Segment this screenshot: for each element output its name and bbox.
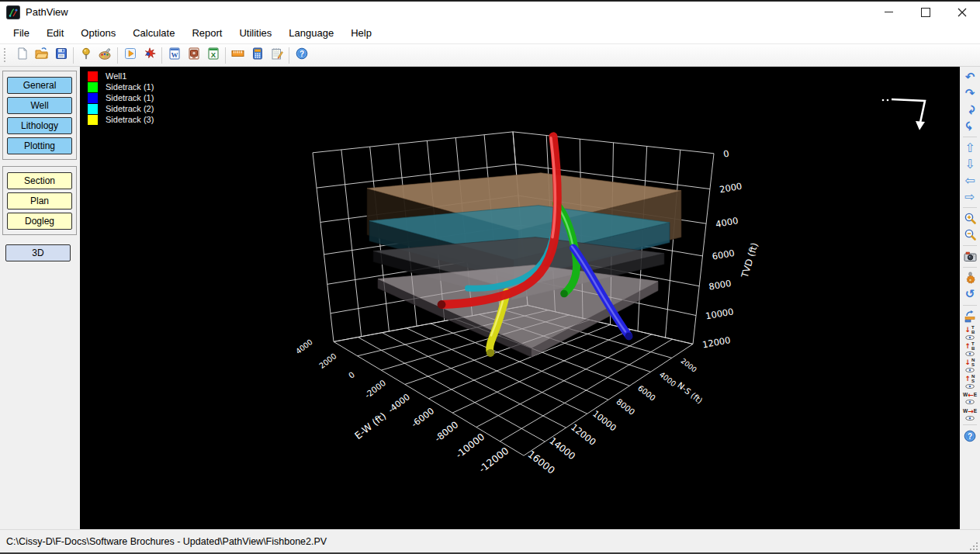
open-file-button[interactable] <box>32 46 51 65</box>
rotate-right-button[interactable]: ↷ <box>961 85 979 102</box>
menu-options[interactable]: Options <box>72 24 124 42</box>
calculator-button[interactable] <box>248 46 267 65</box>
paint-palette-button[interactable] <box>95 46 115 65</box>
maximize-button[interactable] <box>907 2 944 23</box>
resize-grip[interactable] <box>968 541 978 551</box>
run-button[interactable] <box>120 46 140 65</box>
pan-up-icon: ⇧ <box>964 142 975 154</box>
toolbar-grip[interactable] <box>4 48 9 62</box>
minimize-button[interactable] <box>871 2 907 23</box>
view-west-east-icon: W←E <box>963 392 977 404</box>
pan-up-button[interactable]: ⇧ <box>961 140 979 156</box>
menu-language[interactable]: Language <box>280 24 342 42</box>
rotate-up-button[interactable]: ↶ <box>961 118 979 134</box>
view-east-west-icon: W→E <box>963 408 977 421</box>
settings-gear-button[interactable] <box>961 270 979 286</box>
menu-utilities[interactable]: Utilities <box>230 24 280 42</box>
svg-text:-4000: -4000 <box>386 392 412 415</box>
legend-swatch-well1 <box>88 71 98 81</box>
svg-text:6000: 6000 <box>636 383 657 402</box>
calculator-icon <box>251 47 264 63</box>
svg-text:-8000: -8000 <box>433 419 461 444</box>
view-toolbar-separator <box>963 245 977 246</box>
view-east-west-button[interactable]: W→E <box>961 406 979 422</box>
lithology-layers <box>367 173 681 358</box>
rotate-down-button[interactable]: ↷ <box>961 102 979 118</box>
view-top-bottom-down-button[interactable]: ↓TB <box>961 324 979 341</box>
sidebar-button-lithology[interactable]: Lithology <box>7 117 72 134</box>
new-document-button[interactable] <box>12 46 32 65</box>
pushpin-icon <box>80 47 92 63</box>
svg-text:6000: 6000 <box>712 248 736 262</box>
toolbar-separator <box>225 47 226 64</box>
view-north-south-down-button[interactable]: ↓NS <box>961 357 979 373</box>
sidebar-button-general[interactable]: General <box>7 77 72 94</box>
help-button[interactable]: ? <box>292 46 311 65</box>
pan-right-button[interactable]: ⇨ <box>961 189 979 205</box>
sidebar-button-well[interactable]: Well <box>7 97 72 114</box>
legend-swatch-sidetrack1-blue <box>88 93 98 103</box>
plot-3d-canvas[interactable]: 020004000600080001000012000400020000-200… <box>80 67 960 529</box>
help-button[interactable]: ? <box>961 428 979 444</box>
sidebar: General Well Lithology Plotting Section … <box>0 67 80 529</box>
legend-swatch-sidetrack3 <box>88 115 98 125</box>
svg-text:0: 0 <box>347 369 357 379</box>
pushpin-button[interactable] <box>76 46 95 65</box>
plot-area[interactable]: Well1 Sidetrack (1) Sidetrack (1) Sidetr… <box>80 67 960 529</box>
excel-export-button[interactable]: X <box>203 46 223 65</box>
sidebar-button-dogleg[interactable]: Dogleg <box>7 213 72 230</box>
zoom-out-button[interactable] <box>961 227 979 243</box>
menu-report[interactable]: Report <box>183 24 230 42</box>
view-toolbar-separator <box>963 137 977 137</box>
save-file-button[interactable] <box>51 46 71 65</box>
word-export-button[interactable]: W <box>164 46 184 65</box>
word-export-icon: W <box>168 47 181 63</box>
svg-text:2000: 2000 <box>317 351 338 370</box>
view-north-south-up-button[interactable]: ↑NS <box>961 373 979 390</box>
sidebar-button-plotting[interactable]: Plotting <box>7 137 72 154</box>
close-icon <box>957 8 967 17</box>
status-bar: C:\Cissy-D\F-Docs\Software Brochures - U… <box>0 529 980 552</box>
svg-text:-10000: -10000 <box>454 431 487 460</box>
default-view-button[interactable] <box>961 308 979 324</box>
sidebar-group-views: Section Plan Dogleg <box>2 166 77 235</box>
notepad-button[interactable] <box>267 46 286 65</box>
orientation-arrow <box>882 99 925 130</box>
rotate-left-icon: ↶ <box>965 71 975 83</box>
settings-gear-icon <box>964 272 977 285</box>
rotate-down-icon: ↷ <box>965 104 975 116</box>
menu-file[interactable]: File <box>5 24 38 42</box>
svg-text:4000: 4000 <box>294 338 314 356</box>
legend-item: Sidetrack (3) <box>88 114 154 125</box>
ruler-button[interactable] <box>228 46 248 65</box>
rotate-up-icon: ↶ <box>965 120 975 132</box>
menu-edit[interactable]: Edit <box>38 24 72 42</box>
run-icon <box>124 47 137 63</box>
close-button[interactable] <box>944 2 980 23</box>
new-document-icon <box>16 47 29 63</box>
rotate-left-button[interactable]: ↶ <box>961 69 979 85</box>
sidebar-button-plan[interactable]: Plan <box>7 192 72 209</box>
toolbar-separator <box>289 47 289 64</box>
menu-help[interactable]: Help <box>342 24 380 42</box>
zoom-in-button[interactable] <box>961 210 979 227</box>
pan-left-icon: ⇦ <box>964 175 975 187</box>
svg-text:-12000: -12000 <box>476 445 511 475</box>
snapshot-camera-icon <box>964 251 977 262</box>
report-export-button[interactable] <box>184 46 203 65</box>
sidebar-button-section[interactable]: Section <box>7 172 72 189</box>
sidebar-button-3d[interactable]: 3D <box>5 244 71 261</box>
rotate-right-icon: ↷ <box>965 88 975 99</box>
legend-item: Sidetrack (1) <box>88 92 154 103</box>
ruler-icon <box>231 47 244 63</box>
view-west-east-button[interactable]: W←E <box>961 390 979 406</box>
burst-button[interactable] <box>140 46 159 65</box>
pan-left-button[interactable]: ⇦ <box>961 172 979 189</box>
minimize-icon <box>885 12 893 12</box>
reset-view-button[interactable]: ↺ <box>961 286 979 303</box>
snapshot-camera-button[interactable] <box>961 248 979 265</box>
view-top-bottom-up-button[interactable]: ↑TB <box>961 341 979 357</box>
pan-down-button[interactable]: ⇩ <box>961 156 979 172</box>
svg-text:4000: 4000 <box>658 370 678 389</box>
menu-calculate[interactable]: Calculate <box>124 24 183 42</box>
